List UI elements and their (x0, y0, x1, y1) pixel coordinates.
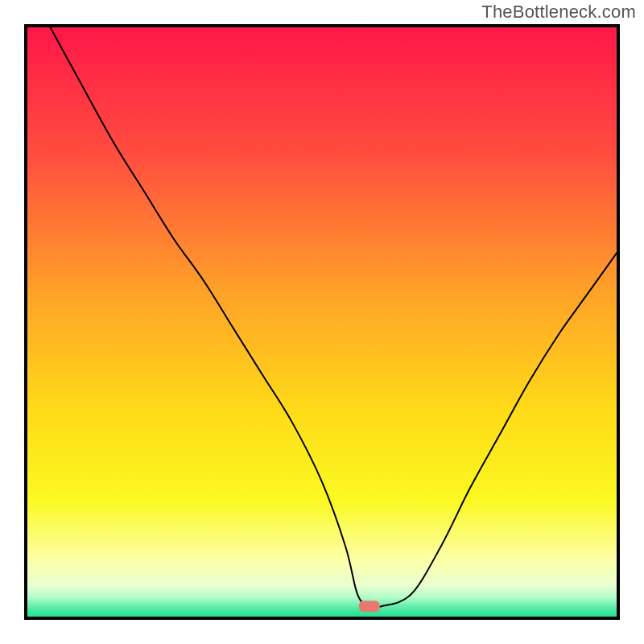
bottleneck-chart: TheBottleneck.com (0, 0, 644, 644)
optimal-marker (359, 601, 380, 612)
plot-background (26, 26, 618, 618)
watermark-label: TheBottleneck.com (481, 2, 636, 23)
chart-svg (0, 0, 644, 644)
